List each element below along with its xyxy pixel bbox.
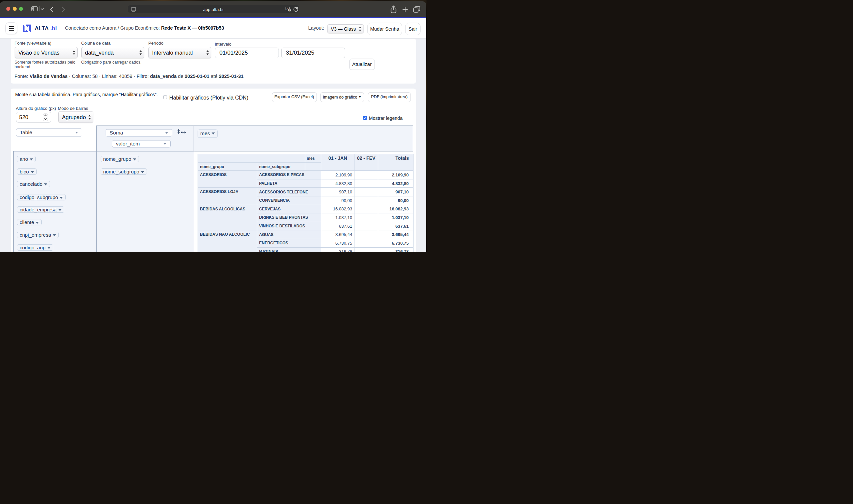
- svg-text:文: 文: [288, 9, 291, 11]
